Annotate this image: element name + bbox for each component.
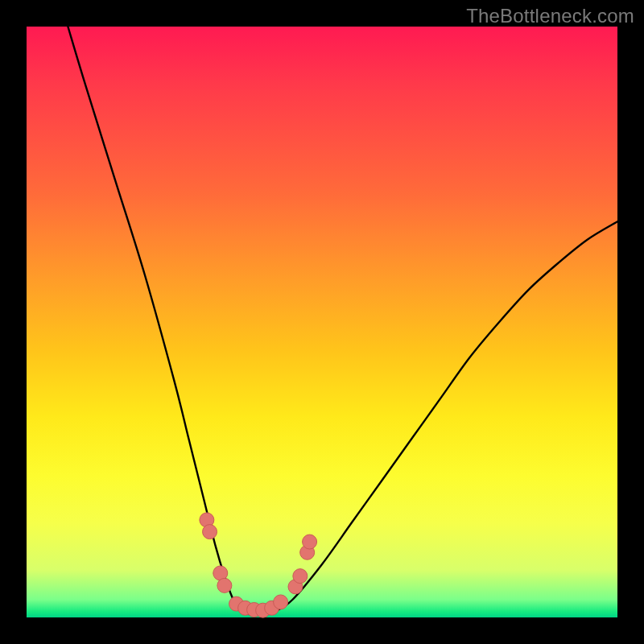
curve-marker — [274, 595, 288, 609]
curve-markers — [200, 513, 317, 617]
bottleneck-curve — [68, 27, 617, 615]
chart-plot-area — [27, 27, 617, 617]
watermark-label: TheBottleneck.com — [466, 5, 634, 27]
curve-marker — [303, 535, 317, 549]
chart-frame: TheBottleneck.com — [0, 0, 644, 644]
curve-marker — [203, 525, 217, 539]
curve-marker — [293, 569, 308, 584]
curve-marker — [217, 578, 232, 592]
chart-svg — [27, 27, 617, 617]
